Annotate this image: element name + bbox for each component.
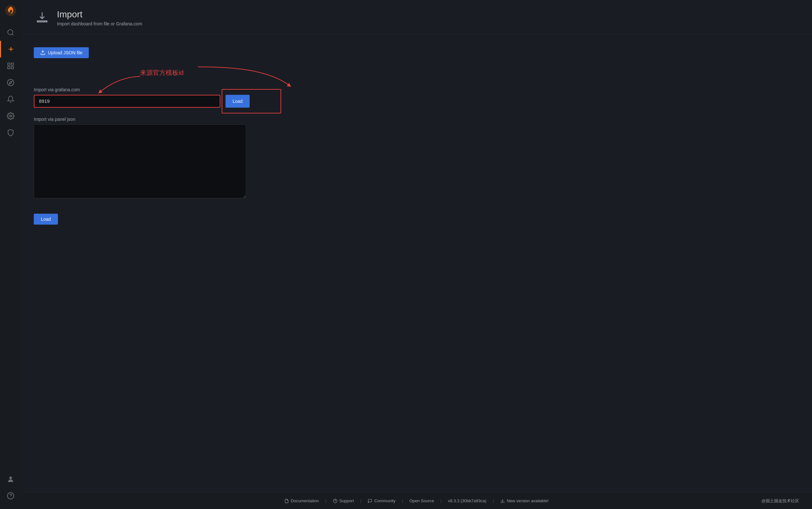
footer-sep-4: | <box>440 498 441 503</box>
page-header: Import Import dashboard from file or Gra… <box>21 0 812 34</box>
upload-json-button[interactable]: Upload JSON file <box>34 47 89 58</box>
bottom-load-button[interactable]: Load <box>34 214 58 225</box>
page-title: Import <box>57 9 142 20</box>
footer-support[interactable]: Support <box>333 498 354 503</box>
panel-json-textarea[interactable] <box>34 124 246 198</box>
sidebar-item-new[interactable] <box>0 41 21 58</box>
svg-rect-2 <box>8 63 10 65</box>
sidebar-item-search[interactable] <box>0 24 21 41</box>
svg-rect-5 <box>11 67 13 69</box>
sidebar-bottom <box>0 471 21 509</box>
svg-point-9 <box>9 477 12 479</box>
help-icon <box>7 492 14 500</box>
sidebar-item-explore[interactable] <box>0 74 21 91</box>
footer-new-version[interactable]: New version available! <box>500 498 549 503</box>
grid-icon <box>7 62 14 70</box>
sidebar-nav <box>0 21 21 471</box>
content-area: Upload JSON file 来源官方模板id <box>21 34 812 509</box>
search-icon <box>7 29 14 36</box>
footer-new-version-label: New version available! <box>507 498 549 503</box>
import-svg-icon <box>36 11 49 24</box>
svg-rect-3 <box>11 63 13 65</box>
compass-icon <box>7 79 14 87</box>
panel-json-section: Import via panel json <box>34 116 799 198</box>
sidebar-item-help[interactable] <box>0 487 21 504</box>
page-header-text: Import Import dashboard from file or Gra… <box>57 9 142 26</box>
grafana-input-row: Load <box>34 95 799 108</box>
import-icon <box>34 9 51 26</box>
sidebar-item-admin[interactable] <box>0 124 21 141</box>
grafana-load-button[interactable]: Load <box>225 95 250 108</box>
footer-support-label: Support <box>339 498 354 503</box>
doc-icon <box>284 499 289 503</box>
community-icon <box>368 499 372 503</box>
footer: Documentation | Support | Community | Op… <box>21 492 812 509</box>
svg-point-1 <box>8 30 13 35</box>
footer-site: @掘土掘金技术社区 <box>761 498 799 504</box>
footer-sep-5: | <box>493 498 494 503</box>
footer-community-label: Community <box>374 498 395 503</box>
svg-point-6 <box>7 79 14 86</box>
svg-point-8 <box>10 115 11 117</box>
sidebar-item-dashboards[interactable] <box>0 58 21 74</box>
footer-documentation-label: Documentation <box>291 498 319 503</box>
footer-sep-3: | <box>402 498 403 503</box>
plus-icon <box>7 45 15 53</box>
page-subtitle: Import dashboard from file or Grafana.co… <box>57 21 142 26</box>
footer-sep-2: | <box>360 498 361 503</box>
gear-icon <box>7 112 14 120</box>
bottom-load-label: Load <box>41 216 51 222</box>
sidebar-item-configuration[interactable] <box>0 108 21 124</box>
footer-community[interactable]: Community <box>368 498 395 503</box>
user-avatar-icon <box>7 475 14 483</box>
svg-marker-7 <box>9 81 11 84</box>
upload-json-label: Upload JSON file <box>48 50 82 55</box>
download-icon <box>500 499 505 503</box>
support-icon <box>333 499 338 503</box>
sidebar-item-user[interactable] <box>0 471 21 487</box>
sidebar-item-alerting[interactable] <box>0 91 21 108</box>
footer-open-source-label: Open Source <box>410 498 434 503</box>
sidebar-logo[interactable] <box>0 0 21 21</box>
grafana-logo-icon <box>5 5 17 16</box>
panel-json-label: Import via panel json <box>34 116 799 122</box>
upload-icon <box>40 50 45 55</box>
footer-version: v8.3.3 (30bb7a93ca) <box>448 498 487 503</box>
shield-icon <box>7 129 14 137</box>
footer-open-source[interactable]: Open Source <box>410 498 434 503</box>
footer-sep-1: | <box>325 498 326 503</box>
grafana-url-input[interactable] <box>34 95 220 108</box>
svg-rect-4 <box>8 67 10 69</box>
bell-icon <box>7 96 14 103</box>
grafana-load-label: Load <box>232 99 243 104</box>
annotation-arrow-2 <box>195 65 291 91</box>
grafana-import-section: 来源官方模板id <box>34 68 799 108</box>
footer-documentation[interactable]: Documentation <box>284 498 319 503</box>
main-content: Import Import dashboard from file or Gra… <box>21 0 812 509</box>
sidebar <box>0 0 21 509</box>
